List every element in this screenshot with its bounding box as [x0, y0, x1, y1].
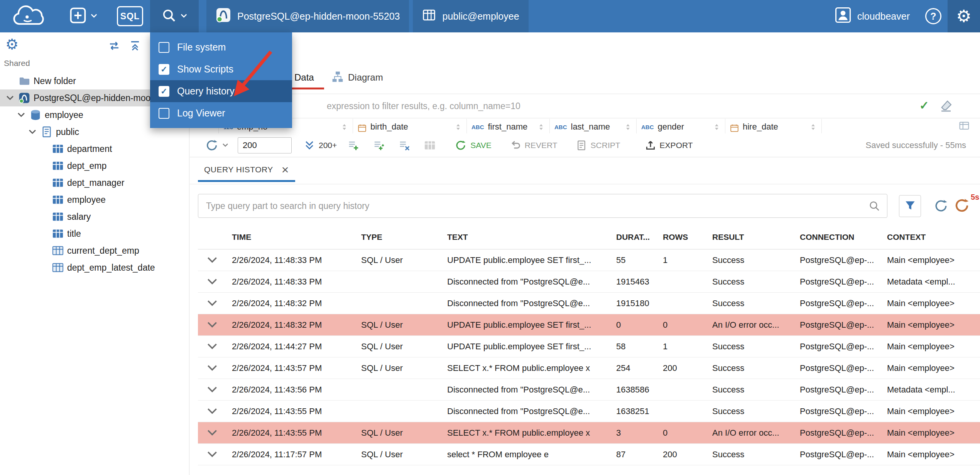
settings-button[interactable]: ⚙: [948, 0, 980, 32]
sort-icon[interactable]: [713, 123, 720, 133]
history-cell-context: Main <employee>: [887, 255, 980, 265]
row-expander-icon[interactable]: [198, 300, 232, 307]
sort-icon[interactable]: [809, 123, 817, 133]
result-filter-input[interactable]: [190, 94, 916, 118]
history-row[interactable]: 2/26/2024, 11:43:55 PMDisconnected from …: [198, 401, 980, 422]
grid-column-hire-date[interactable]: hire_date: [725, 119, 822, 133]
tree-item-current-dept-emp[interactable]: current_dept_emp: [0, 242, 189, 259]
history-row[interactable]: 2/26/2024, 11:43:57 PMSQL / UserSELECT x…: [198, 357, 980, 379]
row-expander-icon[interactable]: [198, 386, 232, 393]
history-header-context[interactable]: CONTEXT: [887, 232, 980, 242]
history-row[interactable]: 2/26/2024, 11:48:32 PMSQL / UserUPDATE p…: [198, 314, 980, 336]
history-row[interactable]: 2/26/2024, 11:43:56 PMDisconnected from …: [198, 379, 980, 401]
history-header-connection[interactable]: CONNECTION: [800, 232, 887, 242]
grid-column-first-name[interactable]: ABCfirst_name: [467, 119, 550, 133]
sort-icon[interactable]: [341, 123, 348, 133]
row-expander-icon[interactable]: [198, 321, 232, 328]
script-button[interactable]: SCRIPT: [576, 140, 620, 151]
refresh-button[interactable]: [205, 139, 228, 152]
grid-column-birth-date[interactable]: birth_date: [353, 119, 467, 133]
tree-item-dept-manager[interactable]: dept_manager: [0, 174, 189, 191]
history-autorefresh-icon[interactable]: [954, 197, 970, 215]
new-object-button[interactable]: [67, 0, 100, 32]
grid-view-icon[interactable]: [424, 140, 436, 151]
row-expander-icon[interactable]: [198, 364, 232, 372]
history-row[interactable]: 2/26/2024, 11:17:57 PMSQL / Userselect *…: [198, 444, 980, 465]
delete-row-icon[interactable]: [399, 140, 410, 151]
help-button[interactable]: ?: [919, 8, 948, 24]
checkbox-checked-icon[interactable]: ✓: [159, 86, 169, 97]
navigator-settings-icon[interactable]: ⚙: [5, 37, 19, 52]
cloudbeaver-logo[interactable]: [10, 4, 49, 30]
history-header-type[interactable]: TYPE: [361, 232, 447, 242]
tree-item-dept-emp-latest-date[interactable]: dept_emp_latest_date: [0, 259, 189, 276]
tree-item-salary[interactable]: salary: [0, 208, 189, 225]
history-cell-connection: PostgreSQL@ep-...: [800, 342, 887, 352]
tools-menu-button[interactable]: [150, 0, 199, 32]
sync-connection-icon[interactable]: [108, 41, 120, 52]
history-header-rows[interactable]: ROWS: [663, 232, 712, 242]
sort-icon[interactable]: [455, 123, 462, 133]
status-message: Saved successfully - 55ms: [866, 140, 966, 150]
checkbox-unchecked-icon[interactable]: [159, 108, 169, 119]
row-expander-icon[interactable]: [198, 451, 232, 458]
history-row[interactable]: 2/26/2024, 11:48:33 PMDisconnected from …: [198, 271, 980, 293]
checkbox-checked-icon[interactable]: ✓: [159, 64, 169, 75]
apply-filter-icon[interactable]: ✓: [919, 99, 929, 112]
tree-item-label: current_dept_emp: [67, 246, 139, 256]
history-row[interactable]: 2/26/2024, 11:48:32 PMDisconnected from …: [198, 293, 980, 314]
history-row[interactable]: 2/26/2024, 11:43:55 PMSQL / UserSELECT x…: [198, 422, 980, 444]
menu-item-file-system[interactable]: File system: [150, 36, 292, 58]
grid-menu-icon[interactable]: [959, 121, 969, 132]
menu-item-query-history[interactable]: ✓Query history: [150, 80, 292, 102]
tab-diagram[interactable]: Diagram: [332, 66, 383, 89]
history-cell-text: Disconnected from "PostgreSQL@e...: [447, 277, 616, 287]
history-header-text[interactable]: TEXT: [447, 232, 616, 242]
history-filter-button[interactable]: [899, 195, 921, 217]
save-button[interactable]: SAVE: [455, 140, 491, 151]
sql-editor-button[interactable]: SQL: [117, 6, 143, 26]
revert-button[interactable]: REVERT: [510, 140, 558, 151]
history-row[interactable]: 2/26/2024, 11:48:33 PMSQL / UserUPDATE p…: [198, 249, 980, 271]
tree-item-employee[interactable]: employee: [0, 191, 189, 208]
grid-column-last-name[interactable]: ABClast_name: [550, 119, 637, 133]
close-icon[interactable]: ×: [282, 163, 289, 176]
row-expander-icon[interactable]: [198, 256, 232, 264]
chevron-expanded-icon[interactable]: [16, 112, 26, 118]
checkbox-unchecked-icon[interactable]: [159, 42, 169, 53]
menu-item-log-viewer[interactable]: Log Viewer: [150, 102, 292, 124]
chevron-expanded-icon[interactable]: [27, 129, 37, 135]
row-expander-icon[interactable]: [198, 408, 232, 415]
chevron-expanded-icon[interactable]: [5, 95, 15, 101]
collapse-all-icon[interactable]: [130, 40, 140, 52]
menu-item-show-scripts[interactable]: ✓Show Scripts: [150, 58, 292, 80]
history-header-result[interactable]: RESULT: [712, 232, 800, 242]
history-search-input[interactable]: [198, 194, 887, 217]
tree-item-dept-emp[interactable]: dept_emp: [0, 157, 189, 174]
user-menu[interactable]: cloudbeaver: [826, 0, 919, 32]
sort-icon[interactable]: [537, 123, 545, 133]
tree-item-department[interactable]: department: [0, 140, 189, 157]
tab-query-history[interactable]: QUERY HISTORY ×: [198, 157, 295, 182]
row-expander-icon[interactable]: [198, 278, 232, 285]
history-cell-time: 2/26/2024, 11:48:32 PM: [232, 320, 361, 330]
history-row[interactable]: 2/26/2024, 11:44:27 PMSQL / UserUPDATE p…: [198, 336, 980, 357]
row-expander-icon[interactable]: [198, 429, 232, 436]
fetch-all-button[interactable]: 200+: [304, 140, 337, 151]
duplicate-row-icon[interactable]: [373, 140, 385, 151]
history-cell-duration: 254: [616, 363, 663, 373]
export-button[interactable]: EXPORT: [645, 140, 693, 151]
tree-item-title[interactable]: title: [0, 225, 189, 242]
row-expander-icon[interactable]: [198, 343, 232, 350]
history-refresh-icon[interactable]: [934, 199, 948, 215]
topbar: SQL PostgreSQL@ep-hidden-moon-55203 publ…: [0, 0, 980, 32]
clear-filter-icon[interactable]: [939, 99, 953, 115]
connection-selector[interactable]: PostgreSQL@ep-hidden-moon-55203: [206, 0, 409, 32]
add-row-icon[interactable]: [348, 140, 359, 151]
sort-icon[interactable]: [624, 123, 632, 133]
history-header-durat[interactable]: DURAT...: [616, 232, 663, 242]
schema-selector[interactable]: public@employee: [413, 0, 528, 32]
row-limit-input[interactable]: [238, 137, 292, 153]
grid-column-gender[interactable]: ABCgender: [637, 119, 725, 133]
history-header-time[interactable]: TIME: [232, 232, 361, 242]
